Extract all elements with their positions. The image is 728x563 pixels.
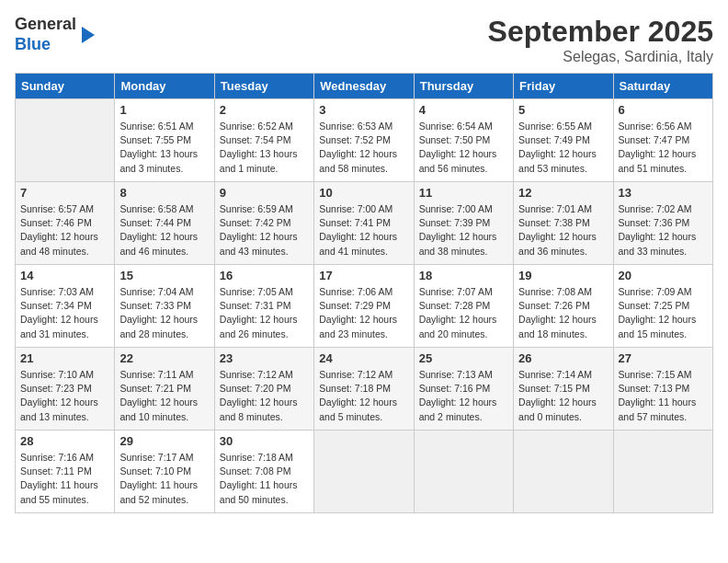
daylight-text: Daylight: 11 hours and 57 minutes.	[619, 396, 697, 421]
day-number: 28	[20, 434, 109, 448]
day-number: 18	[419, 269, 508, 282]
daylight-text: Daylight: 12 hours and 53 minutes.	[518, 148, 597, 173]
calendar-cell: 21 Sunrise: 7:10 AM Sunset: 7:23 PM Dayl…	[16, 348, 115, 431]
day-number: 25	[419, 351, 508, 365]
day-info: Sunrise: 7:08 AM Sunset: 7:26 PM Dayligh…	[518, 285, 608, 341]
sunset-text: Sunset: 7:11 PM	[20, 465, 92, 477]
logo-arrow-icon	[82, 27, 95, 43]
sunrise-text: Sunrise: 7:00 AM	[319, 203, 392, 214]
sunrise-text: Sunrise: 6:56 AM	[619, 121, 692, 132]
logo-blue: Blue	[15, 35, 51, 53]
calendar-cell: 8 Sunrise: 6:58 AM Sunset: 7:44 PM Dayli…	[115, 182, 214, 265]
daylight-text: Daylight: 11 hours and 52 minutes.	[119, 479, 198, 504]
calendar-body: 1 Sunrise: 6:51 AM Sunset: 7:55 PM Dayli…	[16, 99, 713, 513]
calendar-cell	[613, 431, 712, 513]
calendar-week-5: 28 Sunrise: 7:16 AM Sunset: 7:11 PM Dayl…	[16, 431, 713, 513]
calendar-cell: 19 Sunrise: 7:08 AM Sunset: 7:26 PM Dayl…	[514, 265, 613, 348]
sunrise-text: Sunrise: 6:55 AM	[518, 121, 592, 132]
sunrise-text: Sunrise: 7:04 AM	[119, 286, 193, 297]
calendar-cell: 30 Sunrise: 7:18 AM Sunset: 7:08 PM Dayl…	[214, 431, 313, 513]
calendar-cell: 25 Sunrise: 7:13 AM Sunset: 7:16 PM Dayl…	[414, 348, 513, 431]
daylight-text: Daylight: 12 hours and 8 minutes.	[220, 396, 298, 421]
sunrise-text: Sunrise: 7:09 AM	[619, 286, 692, 297]
calendar-cell: 16 Sunrise: 7:05 AM Sunset: 7:31 PM Dayl…	[214, 265, 313, 348]
daylight-text: Daylight: 12 hours and 51 minutes.	[619, 148, 697, 173]
sunset-text: Sunset: 7:15 PM	[518, 383, 590, 394]
calendar-cell: 14 Sunrise: 7:03 AM Sunset: 7:34 PM Dayl…	[16, 265, 115, 348]
day-number: 6	[619, 103, 708, 117]
sunset-text: Sunset: 7:16 PM	[419, 383, 491, 394]
daylight-text: Daylight: 12 hours and 15 minutes.	[619, 314, 697, 339]
sunset-text: Sunset: 7:23 PM	[20, 383, 92, 394]
day-number: 17	[319, 269, 408, 282]
sunrise-text: Sunrise: 7:07 AM	[419, 286, 493, 297]
sunrise-text: Sunrise: 6:52 AM	[220, 121, 293, 132]
day-number: 22	[119, 351, 209, 365]
calendar-cell: 22 Sunrise: 7:11 AM Sunset: 7:21 PM Dayl…	[115, 348, 214, 431]
day-info: Sunrise: 7:09 AM Sunset: 7:25 PM Dayligh…	[619, 285, 708, 341]
sunset-text: Sunset: 7:46 PM	[20, 217, 92, 228]
day-number: 27	[619, 351, 708, 365]
daylight-text: Daylight: 12 hours and 38 minutes.	[419, 231, 497, 256]
day-info: Sunrise: 7:16 AM Sunset: 7:11 PM Dayligh…	[20, 451, 109, 507]
day-info: Sunrise: 7:10 AM Sunset: 7:23 PM Dayligh…	[20, 368, 109, 424]
sunset-text: Sunset: 7:10 PM	[119, 465, 191, 477]
calendar-header-row: SundayMondayTuesdayWednesdayThursdayFrid…	[16, 74, 713, 99]
day-info: Sunrise: 7:12 AM Sunset: 7:18 PM Dayligh…	[319, 368, 408, 424]
sunrise-text: Sunrise: 7:12 AM	[319, 369, 392, 380]
sunrise-text: Sunrise: 7:10 AM	[20, 369, 94, 380]
day-info: Sunrise: 7:13 AM Sunset: 7:16 PM Dayligh…	[419, 368, 508, 424]
sunset-text: Sunset: 7:08 PM	[220, 465, 291, 477]
day-number: 24	[319, 351, 408, 365]
sunset-text: Sunset: 7:54 PM	[220, 134, 291, 145]
daylight-text: Daylight: 12 hours and 5 minutes.	[319, 396, 397, 421]
sunset-text: Sunset: 7:26 PM	[518, 300, 590, 311]
calendar-cell: 2 Sunrise: 6:52 AM Sunset: 7:54 PM Dayli…	[214, 99, 313, 182]
calendar-cell: 28 Sunrise: 7:16 AM Sunset: 7:11 PM Dayl…	[16, 431, 115, 513]
day-info: Sunrise: 7:14 AM Sunset: 7:15 PM Dayligh…	[518, 368, 608, 424]
daylight-text: Daylight: 12 hours and 10 minutes.	[119, 396, 198, 421]
calendar-week-1: 1 Sunrise: 6:51 AM Sunset: 7:55 PM Dayli…	[16, 99, 713, 182]
day-info: Sunrise: 7:15 AM Sunset: 7:13 PM Dayligh…	[619, 368, 708, 424]
day-number: 1	[119, 103, 209, 117]
daylight-text: Daylight: 12 hours and 33 minutes.	[619, 231, 697, 256]
calendar-cell: 24 Sunrise: 7:12 AM Sunset: 7:18 PM Dayl…	[314, 348, 414, 431]
calendar-cell	[314, 431, 414, 513]
daylight-text: Daylight: 12 hours and 36 minutes.	[518, 231, 597, 256]
day-header-wednesday: Wednesday	[314, 74, 414, 99]
calendar-cell: 9 Sunrise: 6:59 AM Sunset: 7:42 PM Dayli…	[214, 182, 313, 265]
day-info: Sunrise: 7:01 AM Sunset: 7:38 PM Dayligh…	[518, 202, 608, 259]
day-number: 16	[220, 269, 309, 282]
sunset-text: Sunset: 7:34 PM	[20, 300, 92, 311]
daylight-text: Daylight: 12 hours and 43 minutes.	[220, 231, 298, 256]
day-number: 7	[20, 186, 109, 200]
calendar-cell: 17 Sunrise: 7:06 AM Sunset: 7:29 PM Dayl…	[314, 265, 414, 348]
sunrise-text: Sunrise: 7:11 AM	[119, 369, 193, 380]
logo-text: General Blue	[15, 15, 76, 54]
sunrise-text: Sunrise: 7:18 AM	[220, 452, 293, 463]
day-info: Sunrise: 6:57 AM Sunset: 7:46 PM Dayligh…	[20, 202, 109, 259]
day-info: Sunrise: 6:56 AM Sunset: 7:47 PM Dayligh…	[619, 120, 708, 176]
title-block: September 2025 Selegas, Sardinia, Italy	[488, 15, 713, 65]
daylight-text: Daylight: 12 hours and 2 minutes.	[419, 396, 497, 421]
calendar-cell: 7 Sunrise: 6:57 AM Sunset: 7:46 PM Dayli…	[16, 182, 115, 265]
sunrise-text: Sunrise: 7:08 AM	[518, 286, 592, 297]
sunrise-text: Sunrise: 6:59 AM	[220, 203, 293, 214]
sunrise-text: Sunrise: 6:58 AM	[119, 203, 193, 214]
calendar-cell	[514, 431, 613, 513]
month-title: September 2025	[488, 15, 713, 49]
day-info: Sunrise: 7:00 AM Sunset: 7:41 PM Dayligh…	[319, 202, 408, 259]
page-header: General Blue September 2025 Selegas, Sar…	[15, 15, 713, 65]
daylight-text: Daylight: 12 hours and 26 minutes.	[220, 314, 298, 339]
sunrise-text: Sunrise: 7:13 AM	[419, 369, 493, 380]
day-info: Sunrise: 7:18 AM Sunset: 7:08 PM Dayligh…	[220, 451, 309, 507]
sunset-text: Sunset: 7:36 PM	[619, 217, 690, 228]
calendar-cell	[414, 431, 513, 513]
calendar-cell: 4 Sunrise: 6:54 AM Sunset: 7:50 PM Dayli…	[414, 99, 513, 182]
sunrise-text: Sunrise: 7:15 AM	[619, 369, 692, 380]
daylight-text: Daylight: 12 hours and 31 minutes.	[20, 314, 98, 339]
day-header-tuesday: Tuesday	[214, 74, 313, 99]
day-info: Sunrise: 7:02 AM Sunset: 7:36 PM Dayligh…	[619, 202, 708, 259]
day-number: 12	[518, 186, 608, 200]
day-number: 5	[518, 103, 608, 117]
